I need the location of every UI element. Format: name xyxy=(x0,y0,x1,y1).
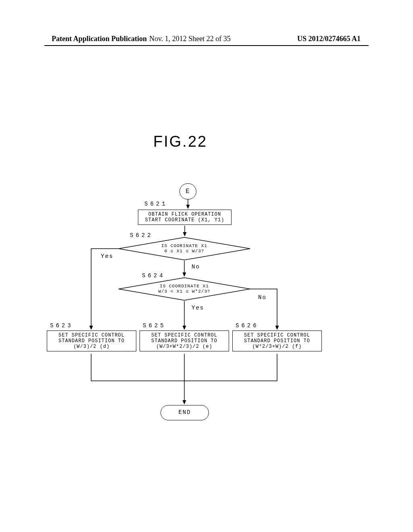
process-s625-line1: SET SPECIFIC CONTROL xyxy=(151,332,217,338)
step-label-s623: S623 xyxy=(50,322,73,329)
process-s621-line2: START COORINATE (X1, Y1) xyxy=(145,217,225,223)
process-s626: SET SPECIFIC CONTROL STANDARD POSITION T… xyxy=(232,330,322,351)
decision-s624: IS COORDINATE X1 W/3 < X1 ≤ W*2/3? xyxy=(118,277,251,301)
no-label-s624: No xyxy=(258,294,267,301)
header-publication-number: US 2012/0274665 A1 xyxy=(297,35,361,43)
terminator-start: E xyxy=(179,183,196,200)
process-s623-line1: SET SPECIFIC CONTROL xyxy=(58,332,125,338)
yes-label-s622: Yes xyxy=(101,253,113,260)
process-s623-line2: STANDARD POSITION TO xyxy=(58,338,125,344)
decision-s622-line2: 0 ≤ X1 ≤ W/3? xyxy=(165,249,204,254)
header-publication-type: Patent Application Publication xyxy=(52,35,147,43)
no-label-s622: No xyxy=(192,264,200,270)
process-s621: OBTAIN FLICK OPERATION START COORINATE (… xyxy=(138,210,232,225)
flow-connectors xyxy=(0,0,413,532)
process-s625-line2: STANDARD POSITION TO xyxy=(151,338,217,344)
process-s626-line1: SET SPECIFIC CONTROL xyxy=(244,332,310,338)
step-label-s621: S621 xyxy=(144,201,168,207)
decision-s624-line2: W/3 < X1 ≤ W*2/3? xyxy=(158,289,210,294)
header-date-sheet: Nov. 1, 2012 Sheet 22 of 35 xyxy=(149,35,231,43)
terminator-end: END xyxy=(161,405,209,420)
decision-s622: IS COORINATE X1 0 ≤ X1 ≤ W/3? xyxy=(118,237,251,261)
header-rule xyxy=(44,45,369,46)
decision-s622-line1: IS COORINATE X1 xyxy=(161,243,207,249)
process-s626-line3: (W*2/3+W)/2 (f) xyxy=(252,344,302,349)
yes-label-s624: Yes xyxy=(192,305,204,311)
process-s623: SET SPECIFIC CONTROL STANDARD POSITION T… xyxy=(47,330,136,351)
step-label-s625: S625 xyxy=(143,322,166,329)
step-label-s626: S626 xyxy=(236,322,259,329)
process-s625: SET SPECIFIC CONTROL STANDARD POSITION T… xyxy=(140,330,229,351)
process-s623-line3: (W/3)/2 (d) xyxy=(73,344,110,349)
process-s625-line3: (W/3+W*2/3)/2 (e) xyxy=(156,344,212,349)
decision-s624-line1: IS COORDINATE X1 xyxy=(160,284,209,289)
process-s621-line1: OBTAIN FLICK OPERATION xyxy=(148,212,221,217)
figure-title: FIG.22 xyxy=(153,133,207,150)
process-s626-line2: STANDARD POSITION TO xyxy=(244,338,310,344)
